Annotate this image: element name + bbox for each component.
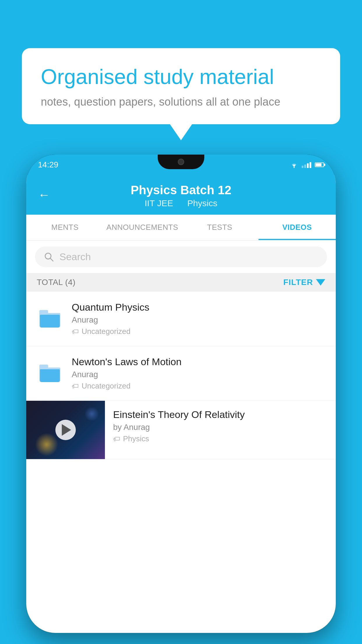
search-bar-container: Search	[26, 241, 336, 273]
tab-tests[interactable]: TESTS	[181, 215, 259, 240]
bubble-title: Organised study material	[41, 64, 321, 89]
tab-ments[interactable]: MENTS	[26, 215, 104, 240]
thumbnail-overlay	[26, 401, 105, 459]
phone-notch	[158, 155, 204, 169]
video-title-1: Quantum Physics	[72, 302, 325, 313]
tag-icon-3: 🏷	[113, 435, 120, 443]
header-subtitle: IIT JEE Physics	[38, 198, 324, 208]
speech-bubble: Organised study material notes, question…	[22, 48, 340, 124]
filter-icon	[316, 279, 325, 286]
video-title-2: Newton's Laws of Motion	[72, 356, 325, 368]
total-count: TOTAL (4)	[37, 278, 75, 287]
video-author-1: Anurag	[72, 315, 325, 325]
video-tag-2: 🏷 Uncategorized	[72, 382, 325, 391]
play-button[interactable]	[55, 420, 76, 440]
filter-button[interactable]: FILTER	[283, 278, 325, 287]
header-title: Physics Batch 12	[38, 183, 324, 197]
search-icon	[44, 252, 54, 262]
filter-row: TOTAL (4) FILTER	[26, 273, 336, 292]
tab-videos[interactable]: VIDEOS	[259, 215, 336, 240]
folder-thumbnail-1	[37, 306, 63, 332]
bubble-subtitle: notes, question papers, solutions all at…	[41, 96, 321, 108]
list-item[interactable]: Newton's Laws of Motion Anurag 🏷 Uncateg…	[26, 346, 336, 401]
svg-line-2	[50, 258, 53, 261]
app-header: ← Physics Batch 12 IIT JEE Physics	[26, 175, 336, 215]
tab-bar: MENTS ANNOUNCEMENTS TESTS VIDEOS	[26, 215, 336, 241]
video-tag-3: 🏷 Physics	[113, 434, 328, 443]
video-author-2: Anurag	[72, 370, 325, 379]
play-triangle-icon	[62, 424, 71, 436]
header-subtitle1: IIT JEE	[145, 198, 173, 208]
back-button[interactable]: ←	[38, 188, 50, 202]
video-tag-1: 🏷 Uncategorized	[72, 327, 325, 336]
search-placeholder: Search	[59, 251, 91, 262]
video-list: Quantum Physics Anurag 🏷 Uncategorized	[26, 292, 336, 459]
camera-dot	[178, 159, 184, 165]
status-icons	[290, 162, 324, 168]
phone-screen: ← Physics Batch 12 IIT JEE Physics MENTS…	[26, 175, 336, 633]
list-item[interactable]: Einstein's Theory Of Relativity by Anura…	[26, 401, 336, 459]
list-item[interactable]: Quantum Physics Anurag 🏷 Uncategorized	[26, 292, 336, 346]
tag-icon-1: 🏷	[72, 328, 79, 336]
tab-announcements[interactable]: ANNOUNCEMENTS	[104, 215, 181, 240]
header-subtitle2: Physics	[187, 198, 217, 208]
phone-frame: 14:29	[26, 155, 336, 633]
svg-point-0	[294, 167, 295, 168]
signal-icon	[302, 162, 311, 168]
video-info-2: Newton's Laws of Motion Anurag 🏷 Uncateg…	[72, 356, 325, 391]
folder-thumbnail-2	[37, 360, 63, 386]
tag-icon-2: 🏷	[72, 382, 79, 390]
video-author-3: by Anurag	[113, 423, 328, 432]
video-title-3: Einstein's Theory Of Relativity	[113, 409, 328, 420]
status-bar: 14:29	[26, 155, 336, 175]
wifi-icon	[290, 162, 298, 168]
video-info-3: Einstein's Theory Of Relativity by Anura…	[105, 401, 336, 452]
video-thumbnail-3	[26, 401, 105, 459]
search-input-wrapper[interactable]: Search	[35, 246, 327, 267]
battery-icon	[315, 162, 324, 167]
status-time: 14:29	[38, 160, 58, 169]
video-info-1: Quantum Physics Anurag 🏷 Uncategorized	[72, 302, 325, 336]
